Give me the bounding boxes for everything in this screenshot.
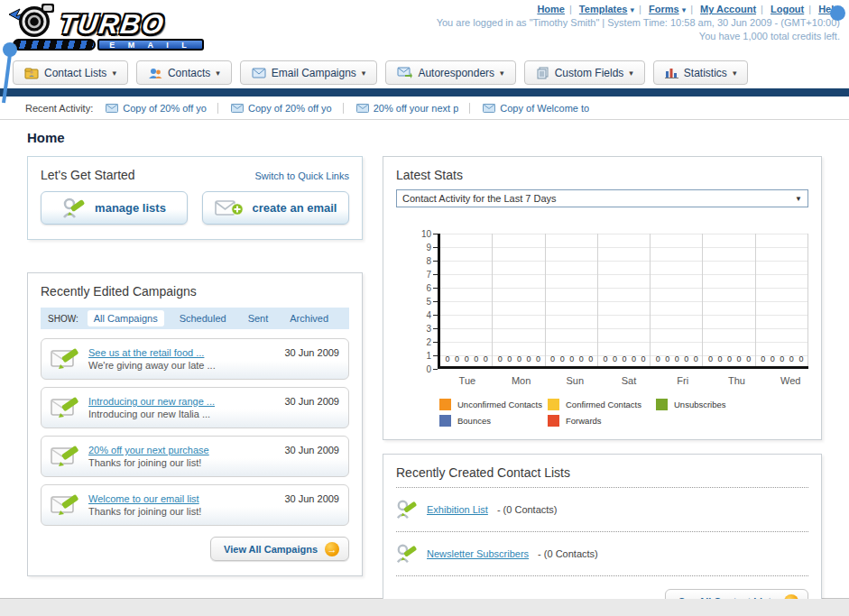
legend-item: Forwards <box>548 415 656 427</box>
value-label: 0 <box>526 354 531 363</box>
show-label: SHOW: <box>48 314 78 324</box>
value-labels-row: 00000000000000000000000000000000000 <box>440 354 808 363</box>
value-label: 0 <box>613 354 617 363</box>
gridline <box>440 315 808 316</box>
value-label: 0 <box>694 354 698 363</box>
bar-chart-icon <box>665 67 678 78</box>
value-label: 0 <box>708 354 713 363</box>
nav-my-account-link[interactable]: My Account <box>700 4 756 14</box>
value-label: 0 <box>717 354 722 363</box>
gridline <box>440 301 808 302</box>
campaign-row[interactable]: Introducing our new range ... Introducin… <box>41 387 349 428</box>
value-label: 0 <box>550 354 555 363</box>
legend-swatch <box>548 415 559 427</box>
contact-activity-chart: 109876543210 000000000000000000000000000… <box>416 231 808 386</box>
contact-list-link[interactable]: Exhibition List <box>427 504 488 515</box>
view-all-campaigns-button[interactable]: View All Campaigns → <box>210 537 349 561</box>
value-label: 0 <box>498 354 503 363</box>
envelope-pencil-icon <box>51 493 79 518</box>
recent-activity-item[interactable]: 20% off your next p <box>356 103 471 114</box>
header-right: Home| Templates ▾| Forms ▾| My Account| … <box>437 4 840 41</box>
gridline <box>492 234 493 366</box>
envelope-pencil-icon <box>51 347 79 372</box>
callout-dot-icon <box>830 5 845 21</box>
recent-activity-item[interactable]: Copy of 20% off yo <box>231 103 344 114</box>
gridline <box>702 234 703 366</box>
gridline <box>440 288 808 289</box>
value-label: 0 <box>771 354 775 363</box>
page: TURBO E M A I L Home| Templates ▾| Forms… <box>0 0 849 599</box>
value-label: 0 <box>517 354 521 363</box>
chevron-down-icon: ▾ <box>733 69 737 78</box>
pages-icon <box>536 67 549 79</box>
switch-quick-links[interactable]: Switch to Quick Links <box>254 170 349 181</box>
nav-home-link[interactable]: Home <box>537 4 565 14</box>
gridline <box>650 234 651 366</box>
recent-campaigns-panel: Recently Edited Campaigns SHOW: All Camp… <box>27 272 363 576</box>
value-label: 0 <box>780 354 784 363</box>
tab-contacts[interactable]: Contacts▾ <box>136 60 232 85</box>
campaign-filter-bar: SHOW: All Campaigns Scheduled Sent Archi… <box>41 308 349 329</box>
login-status-text: You are logged in as "Timothy Smith" | S… <box>437 17 840 28</box>
logo-email-bar: E M A I L <box>97 39 204 51</box>
get-started-title: Let's Get Started <box>41 168 135 182</box>
value-label: 0 <box>665 354 669 363</box>
create-email-button[interactable]: create an email <box>202 191 349 225</box>
campaign-row[interactable]: Welcome to our email list Thanks for joi… <box>41 484 349 526</box>
campaign-title-link[interactable]: Welcome to our email list <box>88 493 284 504</box>
value-label: 0 <box>455 354 459 363</box>
manage-lists-button[interactable]: manage lists <box>41 191 188 225</box>
filter-all-campaigns[interactable]: All Campaigns <box>88 310 164 326</box>
contact-list-count: - (0 Contacts) <box>497 504 558 515</box>
tab-label: Custom Fields <box>555 67 624 79</box>
contact-list-count: - (0 Contacts) <box>538 548 598 559</box>
value-label: 0 <box>641 354 646 363</box>
tab-label: Email Campaigns <box>272 67 356 79</box>
contact-list-item[interactable]: Exhibition List - (0 Contacts) <box>396 495 808 524</box>
envelope-arrow-icon <box>397 67 412 78</box>
latest-stats-title: Latest Stats <box>396 168 808 182</box>
contact-list-link[interactable]: Newsletter Subscribers <box>427 548 529 559</box>
tab-custom-fields[interactable]: Custom Fields▾ <box>524 60 645 85</box>
value-label: 0 <box>746 354 751 363</box>
filter-scheduled[interactable]: Scheduled <box>173 310 233 326</box>
gridline <box>545 234 546 366</box>
credits-text: You have 1,000 total credits left. <box>437 31 840 41</box>
nav-logout-link[interactable]: Logout <box>771 4 804 14</box>
folder-icon <box>24 67 39 79</box>
tab-autoresponders[interactable]: Autoresponders▾ <box>385 60 515 85</box>
envelope-pencil-icon <box>51 445 79 469</box>
chevron-down-icon: ▾ <box>631 5 635 14</box>
filter-archived[interactable]: Archived <box>283 310 335 326</box>
y-tick-label: 6 <box>426 283 431 293</box>
tab-label: Contact Lists <box>44 67 106 79</box>
gridline <box>440 261 808 262</box>
value-label: 0 <box>474 354 478 363</box>
campaign-title-link[interactable]: 20% off your next purchase <box>88 445 284 455</box>
recent-activity-item[interactable]: Copy of 20% off yo <box>106 103 218 114</box>
gridline <box>597 234 598 366</box>
tab-statistics[interactable]: Statistics▾ <box>653 60 749 85</box>
filter-sent[interactable]: Sent <box>242 310 275 326</box>
campaign-title-link[interactable]: See us at the retail food ... <box>88 347 284 358</box>
tab-label: Contacts <box>168 67 210 79</box>
chart-legend: Unconfirmed Contacts Confirmed Contacts … <box>439 399 808 427</box>
campaign-title-link[interactable]: Introducing our new range ... <box>88 396 284 407</box>
view-all-campaigns-label: View All Campaigns <box>224 544 318 555</box>
tab-contact-lists[interactable]: Contact Lists▾ <box>13 60 128 85</box>
nav-forms-link[interactable]: Forms <box>649 4 679 14</box>
campaign-row[interactable]: 20% off your next purchase Thanks for jo… <box>41 436 349 477</box>
gridline <box>755 234 756 366</box>
tab-email-campaigns[interactable]: Email Campaigns▾ <box>240 60 378 85</box>
stats-dropdown[interactable]: Contact Activity for the Last 7 Days ▼ <box>396 189 808 207</box>
chevron-down-icon: ▾ <box>112 69 116 78</box>
campaign-date: 30 Jun 2009 <box>284 445 339 455</box>
x-tick-label: Thu <box>710 375 764 386</box>
stats-dropdown-value: Contact Activity for the Last 7 Days <box>402 193 557 204</box>
recent-activity-item[interactable]: Copy of Welcome to <box>483 103 600 114</box>
value-label: 0 <box>684 354 688 363</box>
contact-list-item[interactable]: Newsletter Subscribers - (0 Contacts) <box>396 539 808 568</box>
campaign-row[interactable]: See us at the retail food ... We're givi… <box>41 338 349 380</box>
nav-templates-link[interactable]: Templates <box>579 4 628 14</box>
y-tick-label: 4 <box>426 310 431 320</box>
